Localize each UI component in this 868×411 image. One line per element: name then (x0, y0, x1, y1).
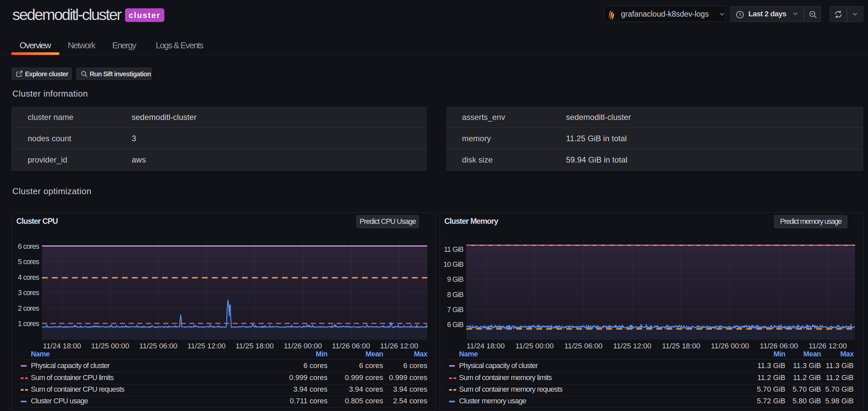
svg-text:11 GiB: 11 GiB (444, 245, 464, 253)
svg-text:8 GiB: 8 GiB (447, 291, 463, 299)
svg-text:4 cores: 4 cores (18, 273, 39, 281)
svg-text:11/26 12:00: 11/26 12:00 (380, 342, 418, 350)
svg-text:1 cores: 1 cores (18, 320, 39, 328)
svg-text:11/24 18:00: 11/24 18:00 (43, 342, 81, 350)
svg-text:11/25 00:00: 11/25 00:00 (515, 342, 554, 350)
svg-text:11/26 06:00: 11/26 06:00 (760, 342, 798, 350)
svg-text:10 GiB: 10 GiB (443, 261, 463, 269)
svg-text:11/26 12:00: 11/26 12:00 (809, 342, 847, 350)
svg-text:11/25 06:00: 11/25 06:00 (564, 342, 603, 350)
svg-text:11/25 00:00: 11/25 00:00 (91, 342, 129, 350)
svg-text:9 GiB: 9 GiB (447, 275, 463, 283)
svg-text:11/26 00:00: 11/26 00:00 (284, 342, 322, 350)
svg-text:11/25 18:00: 11/25 18:00 (662, 342, 700, 350)
svg-text:11/25 06:00: 11/25 06:00 (140, 342, 178, 350)
svg-text:6 cores: 6 cores (18, 242, 39, 250)
svg-text:11/26 00:00: 11/26 00:00 (711, 342, 749, 350)
svg-text:11/25 12:00: 11/25 12:00 (613, 342, 652, 350)
svg-text:11/26 06:00: 11/26 06:00 (332, 342, 370, 350)
svg-text:7 GiB: 7 GiB (447, 306, 463, 314)
svg-text:3 cores: 3 cores (18, 289, 39, 297)
svg-text:11/25 12:00: 11/25 12:00 (187, 342, 226, 350)
svg-text:11/25 18:00: 11/25 18:00 (236, 342, 274, 350)
svg-text:5 cores: 5 cores (18, 258, 39, 266)
svg-text:11/24 18:00: 11/24 18:00 (467, 342, 505, 350)
svg-text:2 cores: 2 cores (18, 304, 39, 312)
svg-text:6 GiB: 6 GiB (447, 321, 463, 329)
